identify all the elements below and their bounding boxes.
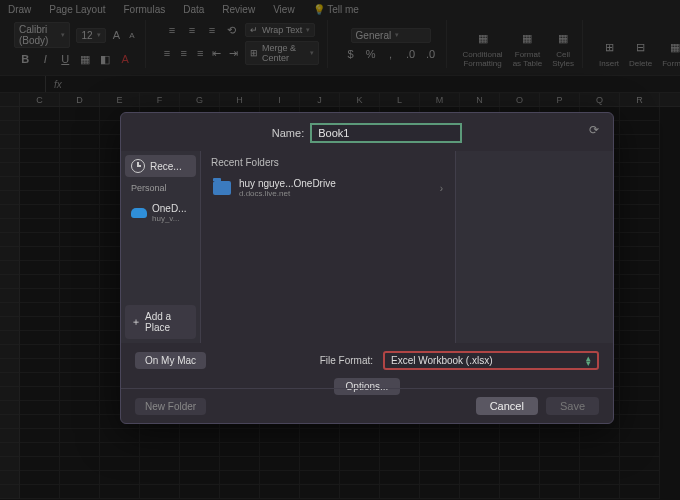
plus-icon: ＋ (131, 315, 141, 329)
sidebar-item-label: OneD... (152, 203, 186, 214)
sidebar-item-onedrive[interactable]: OneD... huy_v... (125, 199, 196, 227)
file-format-value: Excel Workbook (.xlsx) (391, 355, 493, 366)
file-format-select[interactable]: Excel Workbook (.xlsx) ▴▾ (383, 351, 599, 370)
folder-list-pane: Recent Folders huy nguye...OneDrive d.do… (201, 151, 455, 343)
folder-item[interactable]: huy nguye...OneDrive d.docs.live.net › (211, 174, 445, 202)
recent-folders-header: Recent Folders (211, 157, 445, 168)
sidebar-item-label: Rece... (150, 161, 182, 172)
onedrive-icon (131, 208, 147, 218)
folder-path: d.docs.live.net (239, 189, 336, 198)
add-place-label: Add a Place (145, 311, 190, 333)
sidebar-item-sublabel: huy_v... (152, 214, 186, 223)
file-format-label: File Format: (320, 355, 373, 366)
loading-spinner-icon: ⟳ (589, 123, 599, 137)
modal-overlay: Name: ⟳ Rece... Personal OneD... huy_v..… (0, 0, 680, 500)
sidebar-category-personal: Personal (125, 181, 196, 195)
save-button[interactable]: Save (546, 397, 599, 415)
add-place-button[interactable]: ＋ Add a Place (125, 305, 196, 339)
folder-name: huy nguye...OneDrive (239, 178, 336, 189)
stepper-icon: ▴▾ (586, 356, 591, 366)
places-sidebar: Rece... Personal OneD... huy_v... ＋ Add … (121, 151, 201, 343)
clock-icon (131, 159, 145, 173)
save-dialog: Name: ⟳ Rece... Personal OneD... huy_v..… (120, 112, 614, 424)
on-my-mac-button[interactable]: On My Mac (135, 352, 206, 369)
filename-input[interactable] (310, 123, 462, 143)
sidebar-item-recent[interactable]: Rece... (125, 155, 196, 177)
name-label: Name: (272, 127, 304, 139)
new-folder-button[interactable]: New Folder (135, 398, 206, 415)
folder-icon (213, 181, 231, 195)
preview-pane (455, 151, 613, 343)
chevron-right-icon: › (440, 183, 443, 194)
cancel-button[interactable]: Cancel (476, 397, 538, 415)
